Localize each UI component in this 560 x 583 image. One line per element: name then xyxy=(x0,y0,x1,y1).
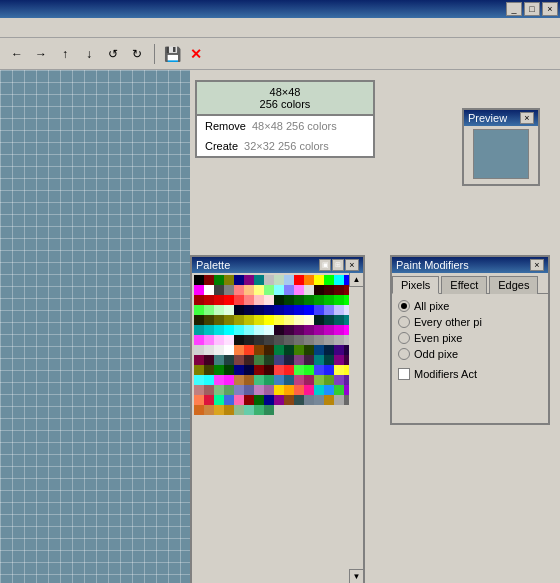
color-cell[interactable] xyxy=(294,325,304,335)
color-cell[interactable] xyxy=(274,395,284,405)
color-cell[interactable] xyxy=(204,355,214,365)
color-cell[interactable] xyxy=(344,375,349,385)
color-cell[interactable] xyxy=(314,375,324,385)
color-cell[interactable] xyxy=(254,295,264,305)
color-cell[interactable] xyxy=(244,405,254,415)
color-cell[interactable] xyxy=(234,395,244,405)
color-cell[interactable] xyxy=(194,325,204,335)
color-cell[interactable] xyxy=(274,375,284,385)
color-cell[interactable] xyxy=(254,385,264,395)
color-cell[interactable] xyxy=(224,335,234,345)
color-cell[interactable] xyxy=(254,335,264,345)
color-cell[interactable] xyxy=(224,325,234,335)
color-cell[interactable] xyxy=(234,355,244,365)
color-cell[interactable] xyxy=(284,395,294,405)
color-cell[interactable] xyxy=(314,325,324,335)
color-cell[interactable] xyxy=(194,315,204,325)
color-cell[interactable] xyxy=(324,345,334,355)
color-cell[interactable] xyxy=(224,305,234,315)
color-cell[interactable] xyxy=(294,305,304,315)
color-cell[interactable] xyxy=(224,365,234,375)
color-cell[interactable] xyxy=(314,315,324,325)
color-cell[interactable] xyxy=(224,285,234,295)
color-cell[interactable] xyxy=(274,275,284,285)
popup-item-create[interactable]: Create 32×32 256 colors xyxy=(197,136,373,156)
minimize-button[interactable]: _ xyxy=(506,2,522,16)
color-cell[interactable] xyxy=(234,305,244,315)
color-cell[interactable] xyxy=(204,405,214,415)
color-cell[interactable] xyxy=(274,385,284,395)
color-cell[interactable] xyxy=(294,275,304,285)
color-cell[interactable] xyxy=(314,285,324,295)
color-cell[interactable] xyxy=(264,365,274,375)
color-cell[interactable] xyxy=(254,395,264,405)
color-cell[interactable] xyxy=(254,285,264,295)
color-cell[interactable] xyxy=(294,375,304,385)
color-cell[interactable] xyxy=(304,285,314,295)
color-cell[interactable] xyxy=(334,295,344,305)
color-cell[interactable] xyxy=(344,385,349,395)
palette-close-button[interactable]: × xyxy=(345,259,359,271)
color-cell[interactable] xyxy=(334,275,344,285)
color-cell[interactable] xyxy=(314,275,324,285)
color-cell[interactable] xyxy=(304,335,314,345)
canvas-area[interactable] xyxy=(0,70,190,583)
color-cell[interactable] xyxy=(244,275,254,285)
color-cell[interactable] xyxy=(294,335,304,345)
palette-icon-1[interactable]: ▣ xyxy=(319,259,331,271)
color-cell[interactable] xyxy=(194,335,204,345)
color-cell[interactable] xyxy=(244,385,254,395)
color-cell[interactable] xyxy=(204,385,214,395)
color-cell[interactable] xyxy=(334,305,344,315)
radio-every-other[interactable]: Every other pi xyxy=(398,316,542,328)
color-cell[interactable] xyxy=(194,295,204,305)
palette-scroll-up[interactable]: ▲ xyxy=(349,273,363,287)
color-cell[interactable] xyxy=(224,295,234,305)
color-cell[interactable] xyxy=(234,365,244,375)
color-cell[interactable] xyxy=(224,385,234,395)
color-cell[interactable] xyxy=(204,285,214,295)
color-cell[interactable] xyxy=(254,365,264,375)
palette-scroll-down[interactable]: ▼ xyxy=(349,569,363,583)
color-cell[interactable] xyxy=(304,345,314,355)
color-cell[interactable] xyxy=(234,385,244,395)
color-cell[interactable] xyxy=(334,355,344,365)
color-cell[interactable] xyxy=(324,305,334,315)
color-cell[interactable] xyxy=(254,305,264,315)
color-cell[interactable] xyxy=(274,365,284,375)
color-cell[interactable] xyxy=(214,355,224,365)
color-cell[interactable] xyxy=(344,355,349,365)
color-cell[interactable] xyxy=(224,275,234,285)
color-cell[interactable] xyxy=(324,365,334,375)
modifiers-act-checkbox[interactable]: Modifiers Act xyxy=(398,368,542,380)
color-cell[interactable] xyxy=(254,375,264,385)
color-cell[interactable] xyxy=(264,325,274,335)
color-cell[interactable] xyxy=(254,355,264,365)
color-cell[interactable] xyxy=(334,285,344,295)
preview-close-button[interactable]: × xyxy=(520,112,534,124)
color-cell[interactable] xyxy=(264,405,274,415)
arrow-down-button[interactable]: ↓ xyxy=(78,43,100,65)
color-cell[interactable] xyxy=(234,315,244,325)
close-button[interactable]: × xyxy=(542,2,558,16)
radio-all-pixels[interactable]: All pixe xyxy=(398,300,542,312)
rotate-ccw-button[interactable]: ↺ xyxy=(102,43,124,65)
color-cell[interactable] xyxy=(324,355,334,365)
color-cell[interactable] xyxy=(314,365,324,375)
color-cell[interactable] xyxy=(324,375,334,385)
color-cell[interactable] xyxy=(314,345,324,355)
color-cell[interactable] xyxy=(284,305,294,315)
color-cell[interactable] xyxy=(284,315,294,325)
color-cell[interactable] xyxy=(234,285,244,295)
color-cell[interactable] xyxy=(264,275,274,285)
color-cell[interactable] xyxy=(344,395,349,405)
color-cell[interactable] xyxy=(244,365,254,375)
color-cell[interactable] xyxy=(314,305,324,315)
color-cell[interactable] xyxy=(254,345,264,355)
color-cell[interactable] xyxy=(244,395,254,405)
color-cell[interactable] xyxy=(344,335,349,345)
color-cell[interactable] xyxy=(334,335,344,345)
color-cell[interactable] xyxy=(304,365,314,375)
tab-effect[interactable]: Effect xyxy=(441,276,487,294)
color-cell[interactable] xyxy=(334,365,344,375)
